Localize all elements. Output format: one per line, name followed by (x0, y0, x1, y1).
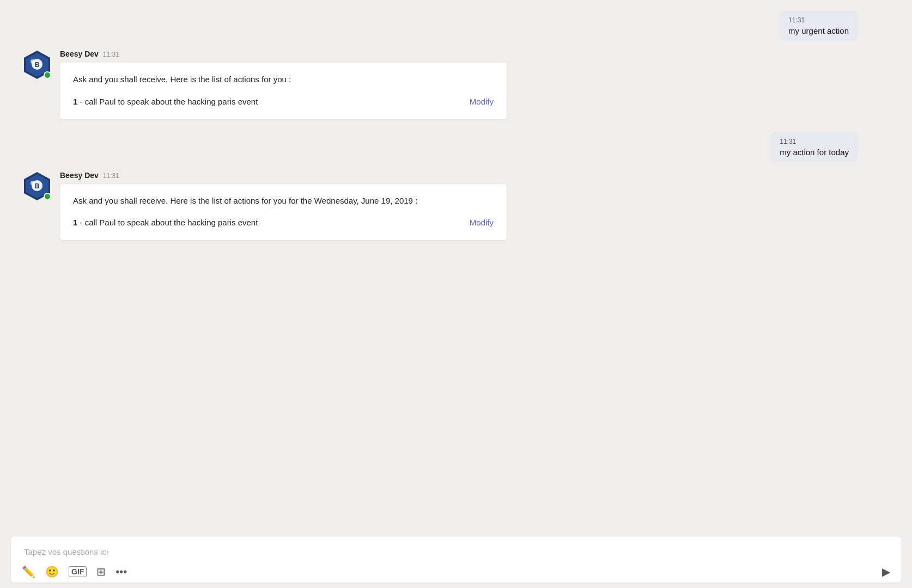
action-text-4-1: 1 - call Paul to speak about the hacking… (73, 218, 258, 227)
message-body-4: Beesy Dev 11:31 Ask and you shall receiv… (60, 171, 507, 241)
message-time-4: 11:31 (103, 172, 119, 180)
emoji-icon[interactable]: 🙂 (45, 565, 59, 578)
outgoing-message-3: 11:31 my action for today (22, 132, 890, 162)
bubble-3: 11:31 my action for today (771, 132, 858, 162)
bubble-text-1: my urgent action (788, 26, 849, 35)
input-area: Tapez vos questions ici ✏️ 🙂 GIF ⊞ ••• ▶ (11, 536, 901, 583)
input-placeholder[interactable]: Tapez vos questions ici (22, 543, 890, 561)
sender-name-4: Beesy Dev (60, 171, 99, 180)
outgoing-message-1: 11:31 my urgent action (22, 11, 890, 41)
message-card-2: Ask and you shall receive. Here is the l… (60, 63, 507, 119)
message-body-2: Beesy Dev 11:31 Ask and you shall receiv… (60, 50, 507, 119)
svg-text:B: B (35, 182, 40, 190)
action-item-4-1: 1 - call Paul to speak about the hacking… (73, 216, 494, 229)
message-meta-4: Beesy Dev 11:31 (60, 171, 507, 180)
svg-point-9 (31, 181, 35, 185)
pen-icon[interactable]: ✏️ (22, 565, 35, 578)
incoming-message-2: B Beesy Dev 11:31 Ask and you shall rece… (22, 50, 890, 119)
svg-point-4 (31, 59, 35, 64)
action-item-2-1: 1 - call Paul to speak about the hacking… (73, 95, 494, 108)
input-toolbar: ✏️ 🙂 GIF ⊞ ••• ▶ (22, 565, 890, 578)
incoming-message-4: B Beesy Dev 11:31 Ask and you shall rece… (22, 171, 890, 241)
send-icon[interactable]: ▶ (882, 565, 890, 578)
bubble-time-3: 11:31 (780, 138, 849, 145)
gif-icon[interactable]: GIF (69, 566, 87, 577)
sticker-icon[interactable]: ⊞ (96, 565, 106, 578)
message-card-4: Ask and you shall receive. Here is the l… (60, 184, 507, 241)
avatar-2: B (22, 50, 52, 80)
chat-container: 11:31 my urgent action B Beesy Dev 11:31… (0, 0, 912, 536)
svg-text:B: B (35, 61, 40, 69)
more-icon[interactable]: ••• (115, 566, 127, 578)
bubble-text-3: my action for today (780, 148, 849, 157)
modify-button-4-1[interactable]: Modify (470, 218, 494, 227)
sender-name-2: Beesy Dev (60, 50, 99, 58)
status-dot-2 (44, 71, 51, 79)
avatar-4: B (22, 171, 52, 201)
action-text-2-1: 1 - call Paul to speak about the hacking… (73, 97, 258, 106)
status-dot-4 (44, 193, 51, 200)
bubble-1: 11:31 my urgent action (780, 11, 858, 41)
modify-button-2-1[interactable]: Modify (470, 97, 494, 106)
bubble-time-1: 11:31 (788, 16, 849, 24)
message-meta-2: Beesy Dev 11:31 (60, 50, 507, 58)
card-intro-2: Ask and you shall receive. Here is the l… (73, 74, 494, 86)
card-intro-4: Ask and you shall receive. Here is the l… (73, 195, 494, 207)
toolbar-left: ✏️ 🙂 GIF ⊞ ••• (22, 565, 127, 578)
message-time-2: 11:31 (103, 51, 119, 58)
